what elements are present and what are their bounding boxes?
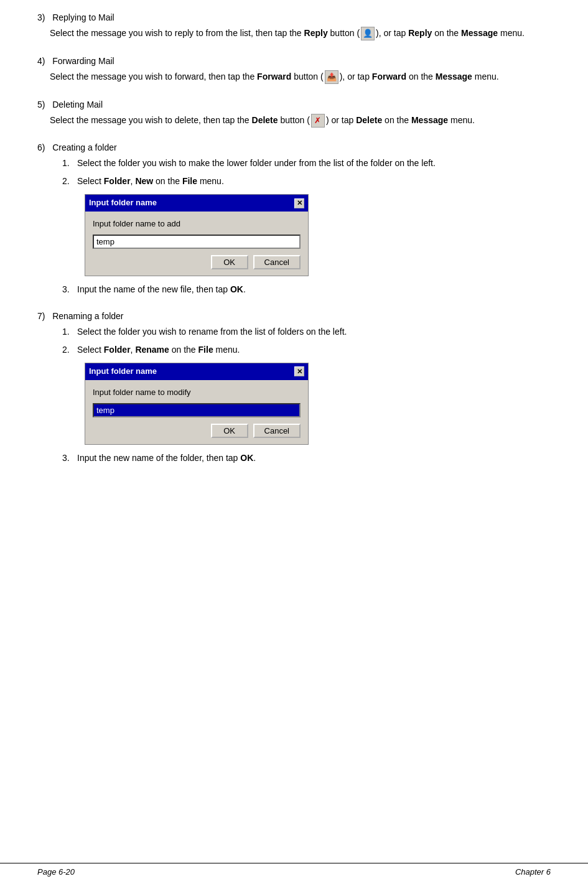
section-7-title: 7) Renaming a folder bbox=[37, 311, 551, 321]
section-5-text: Select the message you wish to delete, t… bbox=[50, 113, 551, 128]
section-4: 4) Forwarding Mail Select the message yo… bbox=[37, 56, 551, 85]
section-5-body: Select the message you wish to delete, t… bbox=[50, 113, 551, 128]
footer-right: Chapter 6 bbox=[515, 867, 551, 877]
forward-icon: 📤 bbox=[325, 70, 338, 84]
section-6-number: 6) bbox=[37, 142, 45, 152]
step-7-2: 2. Select Folder, Rename on the File men… bbox=[62, 343, 551, 356]
step-6-2: 2. Select Folder, New on the File menu. bbox=[62, 174, 551, 188]
section-7-body: 1. Select the folder you wish to rename … bbox=[50, 325, 551, 465]
section-5-number: 5) bbox=[37, 100, 45, 109]
section-4-number: 4) bbox=[37, 56, 45, 66]
dialog-1-input[interactable] bbox=[93, 235, 301, 249]
section-3-heading: Replying to Mail bbox=[52, 12, 114, 22]
step-7-1: 1. Select the folder you wish to rename … bbox=[62, 325, 551, 338]
section-7: 7) Renaming a folder 1. Select the folde… bbox=[37, 311, 551, 465]
dialog-rename-folder: Input folder name ✕ Input folder name to… bbox=[85, 363, 309, 445]
section-4-title: 4) Forwarding Mail bbox=[37, 56, 551, 66]
section-4-body: Select the message you wish to forward, … bbox=[50, 70, 551, 85]
dialog-2-close-button[interactable]: ✕ bbox=[294, 366, 304, 376]
section-7-number: 7) bbox=[37, 311, 45, 321]
step-6-3: 3. Input the name of the new file, then … bbox=[62, 282, 551, 296]
dialog-2-cancel-button[interactable]: Cancel bbox=[253, 424, 301, 438]
section-6: 6) Creating a folder 1. Select the folde… bbox=[37, 142, 551, 296]
footer-left: Page 6-20 bbox=[37, 867, 75, 877]
dialog-1-buttons: OK Cancel bbox=[93, 255, 301, 269]
step-6-1: 1. Select the folder you wish to make th… bbox=[62, 156, 551, 170]
reply-icon: 👤 bbox=[361, 27, 375, 40]
section-6-body: 1. Select the folder you wish to make th… bbox=[50, 156, 551, 296]
section-5-heading: Deleting Mail bbox=[52, 100, 103, 109]
dialog-2-body: Input folder name to modify OK Cancel bbox=[85, 380, 308, 444]
dialog-1-body: Input folder name to add OK Cancel bbox=[85, 212, 308, 276]
dialog-1-close-button[interactable]: ✕ bbox=[294, 198, 304, 208]
dialog-create-folder: Input folder name ✕ Input folder name to… bbox=[85, 194, 309, 276]
section-6-title: 6) Creating a folder bbox=[37, 142, 551, 152]
page-content: 3) Replying to Mail Select the message y… bbox=[0, 0, 588, 529]
dialog-2-ok-button[interactable]: OK bbox=[211, 424, 248, 438]
section-5: 5) Deleting Mail Select the message you … bbox=[37, 100, 551, 128]
section-7-steps: 1. Select the folder you wish to rename … bbox=[62, 325, 551, 465]
section-3-text: Select the message you wish to reply to … bbox=[50, 26, 551, 41]
dialog-2-titlebar: Input folder name ✕ bbox=[85, 363, 308, 380]
dialog-2-buttons: OK Cancel bbox=[93, 424, 301, 438]
dialog-1-label: Input folder name to add bbox=[93, 218, 301, 231]
section-3-number: 3) bbox=[37, 12, 45, 22]
dialog-1-cancel-button[interactable]: Cancel bbox=[253, 255, 301, 269]
step-7-3: 3. Input the new name of the folder, the… bbox=[62, 451, 551, 465]
section-6-heading: Creating a folder bbox=[52, 142, 117, 152]
section-3-title: 3) Replying to Mail bbox=[37, 12, 551, 22]
section-3-body: Select the message you wish to reply to … bbox=[50, 26, 551, 41]
section-3: 3) Replying to Mail Select the message y… bbox=[37, 12, 551, 41]
delete-icon: ✗ bbox=[311, 114, 325, 128]
section-4-text: Select the message you wish to forward, … bbox=[50, 70, 551, 85]
dialog-1-ok-button[interactable]: OK bbox=[211, 255, 248, 269]
dialog-2-input[interactable] bbox=[93, 403, 301, 417]
section-5-title: 5) Deleting Mail bbox=[37, 100, 551, 109]
dialog-1-title: Input folder name bbox=[89, 197, 157, 210]
section-6-steps: 1. Select the folder you wish to make th… bbox=[62, 156, 551, 296]
dialog-1-titlebar: Input folder name ✕ bbox=[85, 195, 308, 212]
section-4-heading: Forwarding Mail bbox=[52, 56, 114, 66]
dialog-2-title: Input folder name bbox=[89, 365, 157, 378]
dialog-2-label: Input folder name to modify bbox=[93, 386, 301, 399]
section-7-heading: Renaming a folder bbox=[52, 311, 123, 321]
page-footer: Page 6-20 Chapter 6 bbox=[0, 863, 588, 877]
